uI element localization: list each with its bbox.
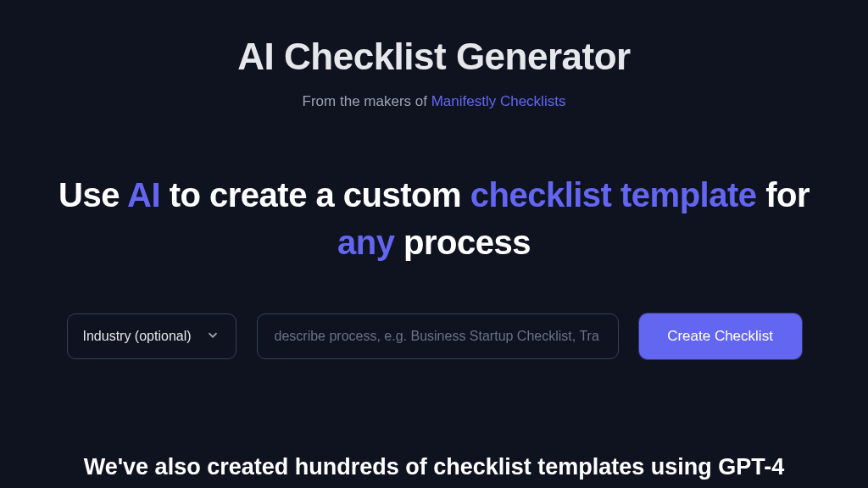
footer-headline: We've also created hundreds of checklist… — [84, 454, 785, 480]
industry-select[interactable]: Industry (optional) — [67, 313, 236, 359]
subtitle: From the makers of Manifestly Checklists — [303, 93, 566, 110]
headline-ai: AI — [127, 176, 160, 214]
chevron-down-icon — [205, 327, 220, 346]
industry-label: Industry (optional) — [83, 329, 198, 344]
subtitle-prefix: From the makers of — [303, 93, 431, 109]
manifestly-link[interactable]: Manifestly Checklists — [431, 93, 566, 109]
create-checklist-button[interactable]: Create Checklist — [639, 313, 802, 359]
process-input[interactable] — [257, 313, 619, 359]
headline-template: checklist template — [470, 176, 757, 214]
page-title: AI Checklist Generator — [237, 36, 630, 78]
headline: Use AI to create a custom checklist temp… — [58, 171, 810, 266]
headline-any: any — [337, 224, 394, 261]
form-row: Industry (optional) Create Checklist — [67, 313, 802, 359]
